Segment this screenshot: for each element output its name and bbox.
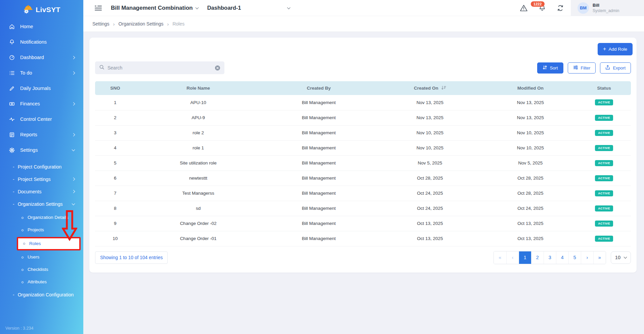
filter-button[interactable]: Filter <box>568 62 596 74</box>
user-menu[interactable]: BM Bill System_admin <box>571 0 644 16</box>
plus-icon: + <box>603 46 606 52</box>
cell-sno: 9 <box>95 216 135 231</box>
sidebar-item-organization-details[interactable]: Organization Details <box>0 211 83 224</box>
sidebar-item-label: Reports <box>20 132 37 137</box>
status-badge: ACTIVE <box>595 236 613 242</box>
cell-created_on: Oct 24, 2025 <box>376 186 483 201</box>
page-size-select[interactable]: 10 <box>611 251 631 264</box>
bell-icon <box>9 39 15 45</box>
sidebar-item-label: Daily Journals <box>20 86 51 91</box>
cell-created_by: Bill Management <box>261 140 376 155</box>
todo-icon <box>9 70 15 76</box>
cell-role_name: newtesttt <box>135 171 261 186</box>
user-name: Bill <box>593 3 619 8</box>
report-icon <box>9 132 15 138</box>
sidebar-item-label: Users <box>28 254 39 260</box>
pagination-page-1[interactable]: 1 <box>519 251 531 264</box>
hardhat-logo-icon <box>23 5 33 15</box>
sidebar-item-to-do[interactable]: To do <box>0 65 83 81</box>
search-input[interactable] <box>108 65 212 70</box>
column-header-status[interactable]: Status <box>577 81 631 95</box>
pagination-prev-button[interactable]: ‹ <box>506 251 519 264</box>
pagination-last-button[interactable]: » <box>593 251 606 264</box>
breadcrumb-item[interactable]: Settings <box>92 21 110 27</box>
sidebar-item-attributes[interactable]: Attributes <box>0 276 83 288</box>
column-header-role-name[interactable]: Role Name <box>135 81 261 95</box>
table-row[interactable]: 3role 2Bill ManagementNov 10, 2025Nov 10… <box>95 125 631 140</box>
table-row[interactable]: 7Test ManagerssBill ManagementOct 24, 20… <box>95 186 631 201</box>
table-row[interactable]: 10Change Order -01Bill ManagementOct 13,… <box>95 231 631 246</box>
sidebar-item-label: Finances <box>20 101 40 106</box>
table-row[interactable]: 8sdBill ManagementOct 24, 2025Oct 24, 20… <box>95 201 631 216</box>
column-header-created-on[interactable]: Created On <box>376 81 483 95</box>
pagination-first-button[interactable]: « <box>494 251 506 264</box>
export-button[interactable]: Export <box>600 62 631 74</box>
breadcrumb-item[interactable]: Organization Settings <box>119 21 164 27</box>
column-header-created-by[interactable]: Created By <box>261 81 376 95</box>
notifications-bell-icon[interactable]: 1222 <box>539 4 546 12</box>
pagination-page-5[interactable]: 5 <box>568 251 581 264</box>
pagination-next-button[interactable]: › <box>581 251 593 264</box>
cell-sno: 1 <box>95 95 135 110</box>
sidebar-item-settings[interactable]: Settings <box>0 142 83 158</box>
column-header-sno[interactable]: SNO <box>95 81 135 95</box>
dashboard-icon <box>9 55 15 60</box>
pagination-page-2[interactable]: 2 <box>531 251 544 264</box>
add-role-button[interactable]: + Add Role <box>598 43 633 55</box>
table-row[interactable]: 2APU-9Bill ManagementNov 13, 2025Nov 13,… <box>95 110 631 125</box>
sidebar-item-control-center[interactable]: Control Center <box>0 111 83 127</box>
sidebar-item-organization-settings[interactable]: -Organization Settings <box>0 198 83 210</box>
table-row[interactable]: 5Site utilization roleBill ManagementNov… <box>95 155 631 171</box>
table-row[interactable]: 1APU-10Bill ManagementNov 13, 2025Nov 13… <box>95 95 631 110</box>
sidebar-item-projects[interactable]: Projects <box>0 224 83 236</box>
sidebar-item-users[interactable]: Users <box>0 251 83 264</box>
pagination-page-4[interactable]: 4 <box>556 251 568 264</box>
table-row[interactable]: 4role 1Bill ManagementNov 10, 2025Nov 10… <box>95 140 631 155</box>
cell-modified_on: Nov 13, 2025 <box>483 110 577 125</box>
table-header-row: SNORole NameCreated ByCreated OnModified… <box>95 81 631 95</box>
sidebar-item-project-configuration[interactable]: -Project Configuration <box>0 160 83 173</box>
sidebar-item-home[interactable]: Home <box>0 19 83 34</box>
table-row[interactable]: 6newtestttBill ManagementOct 28, 2025Oct… <box>95 171 631 186</box>
dashboard-selector[interactable]: Dashboard-1 <box>198 5 290 11</box>
project-selector[interactable]: Bill Management Combination <box>102 5 198 11</box>
sidebar-item-dashboard[interactable]: Dashboard <box>0 50 83 65</box>
menu-toggle-icon[interactable] <box>95 6 102 10</box>
page-content: + Add Role <box>83 32 644 334</box>
table-row[interactable]: 9Change Order -02Bill ManagementOct 13, … <box>95 216 631 231</box>
cell-created_on: Nov 13, 2025 <box>376 110 483 125</box>
chevron-right-icon <box>72 133 75 136</box>
table-footer: Showing 1 to 10 of 104 entries «‹12345›»… <box>95 251 631 264</box>
refresh-sync-icon[interactable] <box>557 4 564 12</box>
cell-modified_on: Nov 13, 2025 <box>483 95 577 110</box>
status-badge: ACTIVE <box>595 160 613 166</box>
sidebar-item-organization-configuration[interactable]: -Organization Configuration <box>0 288 83 301</box>
sidebar-item-checklists[interactable]: Checklists <box>0 264 83 276</box>
sidebar-item-daily-journals[interactable]: Daily Journals <box>0 81 83 96</box>
chevron-down-icon <box>624 255 627 259</box>
column-header-label: Modified On <box>517 86 544 91</box>
sidebar-item-label: Dashboard <box>20 55 44 60</box>
alert-warning-icon[interactable] <box>520 4 528 12</box>
user-avatar: BM <box>577 2 589 14</box>
breadcrumb-item: Roles <box>172 21 184 27</box>
clear-search-icon[interactable] <box>215 65 220 71</box>
cell-role_name: APU-9 <box>135 110 261 125</box>
sidebar-item-label: Organization Details <box>28 214 69 221</box>
sidebar-item-notifications[interactable]: Notifications <box>0 34 83 50</box>
sidebar-item-documents[interactable]: -Documents <box>0 185 83 198</box>
logo: LivSYT <box>0 0 83 17</box>
sidebar-item-roles[interactable]: Roles <box>17 237 81 250</box>
sidebar-item-finances[interactable]: Finances <box>0 96 83 111</box>
sidebar-item-project-settings[interactable]: -Project Settings <box>0 173 83 185</box>
circle-bullet <box>22 229 24 231</box>
dashboard-selector-label: Dashboard-1 <box>207 5 241 11</box>
pagination-page-3[interactable]: 3 <box>544 251 556 264</box>
cell-role_name: Change Order -01 <box>135 231 261 246</box>
column-header-modified-on[interactable]: Modified On <box>483 81 577 95</box>
search-icon <box>99 64 104 71</box>
gear-icon <box>9 147 15 153</box>
sidebar-item-reports[interactable]: Reports <box>0 127 83 142</box>
sort-button[interactable]: Sort <box>537 62 563 74</box>
cell-modified_on: Nov 10, 2025 <box>483 140 577 155</box>
